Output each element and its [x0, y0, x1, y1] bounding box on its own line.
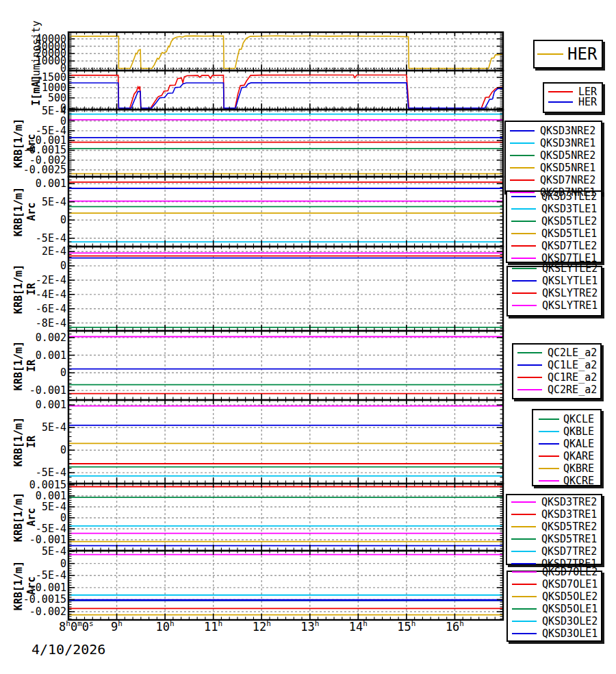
y-tick-label: 0 — [60, 368, 66, 378]
legend-color-line — [511, 245, 536, 247]
y-tick-label: 0.001 — [36, 400, 66, 410]
x-label-part: m — [77, 619, 82, 628]
y-tick-label: 5E-4 — [42, 501, 66, 512]
y-axis-subtitle: Arc — [27, 202, 37, 221]
legend-color-line — [510, 167, 535, 168]
legend-color-line — [511, 514, 536, 515]
legend-color-line — [548, 101, 573, 103]
legend-entry-label: QKSD7TRE2 — [541, 547, 597, 557]
legend-entry-label: QKALE — [563, 439, 594, 449]
legend-entry-label: QKSLYTRE2 — [542, 288, 598, 299]
x-axis-start-label: 8h0m0s — [59, 621, 94, 633]
legend-color-line — [511, 538, 536, 540]
x-label-part: h — [411, 619, 416, 628]
legend-entry-label: QKSD5TLE2 — [541, 216, 597, 227]
x-tick-label: 11h — [204, 621, 222, 633]
x-label-part: 14 — [349, 620, 363, 634]
legend-color-line — [517, 364, 542, 366]
y-tick-label: -4E-4 — [36, 289, 66, 299]
y-tick-label: -0.001 — [29, 386, 66, 396]
y-tick-label: 0.0015 — [29, 479, 66, 490]
x-tick-label: 13h — [300, 621, 319, 633]
y-axis-title: KRB[1/m] — [14, 264, 24, 313]
legend-entry-label: QKCRE — [563, 476, 594, 486]
x-label-part: 10 — [156, 620, 170, 634]
legend-color-line — [510, 192, 535, 193]
y-axis-title: KRB[1/m] — [14, 340, 24, 390]
legend-entry-label: QKSD3TRE1 — [541, 510, 597, 520]
legend-color-line — [511, 258, 536, 259]
legend-color-line — [510, 179, 535, 181]
legend-entry-label: QKSD5TLE1 — [541, 229, 597, 239]
x-tick-label: 10h — [156, 621, 175, 633]
y-tick-label: -8E-4 — [36, 318, 66, 328]
x-label-part: h — [459, 619, 464, 628]
legend-color-line — [539, 468, 559, 469]
legend-entry-label: HER — [578, 97, 597, 107]
legend-color-line — [511, 551, 536, 552]
x-label-part: h — [118, 619, 123, 628]
y-tick-label: -5E-4 — [36, 468, 66, 478]
y-tick-label: -5E-4 — [36, 524, 66, 534]
legend-color-line — [517, 389, 542, 390]
x-tick-label: 9h — [111, 621, 123, 633]
legend-color-line — [512, 621, 537, 622]
y-tick-label: 0 — [60, 513, 66, 523]
y-axis-title: KRB[1/m] — [14, 560, 24, 610]
legend-entry-label: QC2LE_a2 — [548, 348, 597, 358]
x-label-part: 0 — [82, 620, 89, 634]
legend-color-line — [512, 280, 537, 282]
legend-entry-label: QC1RE_a2 — [548, 373, 597, 383]
y-tick-label: 5E-4 — [42, 423, 66, 433]
legend-color-line — [511, 196, 536, 197]
legend-color-line — [512, 305, 537, 306]
y-axis-title: KRB[1/m] — [14, 492, 24, 542]
legend-color-line — [539, 455, 559, 457]
legend-color-line — [517, 352, 542, 353]
legend-entry-label: QKSD3OLE2 — [542, 616, 598, 627]
x-label-part: 9 — [111, 620, 118, 634]
y-axis-title: Luminosity — [31, 21, 42, 82]
legend-entry-label: QKSLYTRE1 — [542, 301, 598, 311]
legend-entry-label: QKSD3TLE2 — [541, 192, 597, 202]
y-tick-label: 0.001 — [36, 179, 66, 189]
y-tick-label: 5E-4 — [42, 547, 66, 557]
x-label-part: 15 — [397, 620, 411, 634]
y-tick-label: 0 — [60, 445, 66, 455]
y-tick-label: -5E-4 — [36, 571, 66, 581]
x-label-part: 11 — [204, 620, 218, 634]
legend-entry-label: QKSLYTLE1 — [542, 276, 598, 286]
y-tick-label: -2E-4 — [36, 275, 66, 286]
legend-entry-label: HER — [567, 46, 597, 62]
date-label: 4/10/2026 — [31, 642, 105, 656]
legend-color-line — [537, 53, 563, 55]
legend-entry-label: QKSD7OLE1 — [542, 579, 598, 590]
y-axis-subtitle: Arc — [27, 508, 37, 526]
legend-color-line — [511, 221, 536, 222]
y-tick-label: 5E-4 — [42, 197, 66, 207]
legend-entry-label: QKSLYTLE2 — [542, 264, 598, 274]
legend-entry-label: QKSD7TLE2 — [541, 241, 597, 251]
legend-entry-label: QKSD5OLE2 — [542, 592, 598, 602]
x-label-part: s — [89, 619, 94, 628]
legend-color-line — [517, 377, 542, 378]
legend-color-line — [511, 233, 536, 234]
x-tick-label: 12h — [253, 621, 271, 633]
legend-entry-label: QC1LE_a2 — [548, 360, 597, 371]
legend-entry-label: QKSD5NRE1 — [540, 163, 595, 173]
y-axis-subtitle: Arc — [27, 576, 37, 595]
y-axis-title: KRB[1/m] — [14, 187, 24, 236]
legend-color-line — [512, 292, 537, 294]
legend-color-line — [510, 142, 535, 144]
y-axis-subtitle: IR — [27, 359, 37, 371]
legend-color-line — [512, 584, 537, 585]
legend-entry-label: QKSD3OLE1 — [542, 629, 598, 639]
legend-color-line — [539, 419, 559, 420]
legend-entry-label: QKSD3TLE1 — [541, 204, 597, 214]
x-label-part: 0 — [70, 620, 77, 634]
legend-entry-label: QKSD5TRE1 — [541, 534, 597, 545]
x-label-part: h — [266, 619, 271, 628]
legend-color-line — [548, 91, 573, 92]
legend-color-line — [510, 130, 535, 132]
legend-color-line — [512, 608, 537, 610]
